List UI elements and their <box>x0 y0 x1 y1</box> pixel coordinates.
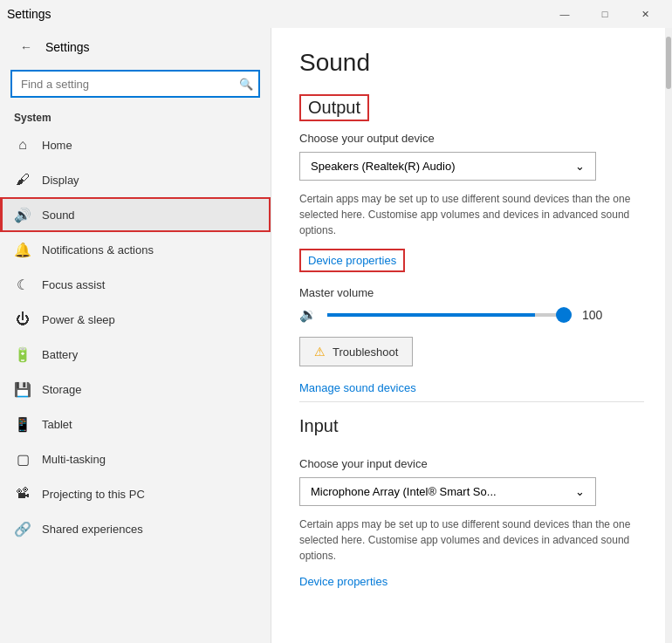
volume-value: 100 <box>582 308 608 322</box>
sidebar-item-storage[interactable]: 💾 Storage <box>0 372 271 407</box>
sidebar-item-label: Projecting to this PC <box>42 488 145 501</box>
sidebar-item-power[interactable]: ⏻ Power & sleep <box>0 302 271 337</box>
troubleshoot-label: Troubleshoot <box>333 345 398 359</box>
manage-sound-devices-button[interactable]: Manage sound devices <box>299 381 416 394</box>
sidebar-item-label: Shared experiences <box>42 523 143 536</box>
close-button[interactable]: ✕ <box>625 0 665 28</box>
sound-icon: 🔊 <box>14 206 31 223</box>
search-box: 🔍 <box>10 70 260 98</box>
output-helper-text: Certain apps may be set up to use differ… <box>299 191 644 238</box>
input-device-value: Microphone Array (Intel® Smart So... <box>311 485 497 498</box>
sidebar-item-projecting[interactable]: 📽 Projecting to this PC <box>0 476 271 511</box>
app-body: ← Settings 🔍 System ⌂ Home 🖌 Display 🔊 S… <box>0 28 672 643</box>
tablet-icon: 📱 <box>14 415 31 433</box>
sidebar-item-label: Notifications & actions <box>42 243 154 257</box>
sidebar-item-label: Battery <box>42 348 78 361</box>
input-header: Input <box>299 416 338 436</box>
search-input[interactable] <box>10 70 260 98</box>
page-title: Sound <box>299 49 644 77</box>
shared-icon: 🔗 <box>14 520 31 537</box>
sidebar-nav-top: ← Settings <box>0 28 271 66</box>
sidebar-item-label: Focus assist <box>42 278 105 291</box>
sidebar-item-label: Sound <box>42 209 75 222</box>
warning-icon: ⚠ <box>314 345 326 359</box>
input-device-properties-button[interactable]: Device properties <box>299 575 387 588</box>
volume-slider[interactable] <box>327 313 572 317</box>
output-header: Output <box>299 94 369 121</box>
battery-icon: 🔋 <box>14 345 31 363</box>
volume-label: Master volume <box>299 286 644 299</box>
input-section: Input Choose your input device Microphon… <box>299 416 644 588</box>
sidebar-item-shared[interactable]: 🔗 Shared experiences <box>0 511 271 546</box>
titlebar-left: Settings <box>7 7 51 21</box>
volume-row: 🔉 100 <box>299 306 644 323</box>
section-divider <box>299 401 644 402</box>
titlebar-controls: — □ ✕ <box>545 0 665 28</box>
back-button[interactable]: ← <box>14 35 38 59</box>
multitasking-icon: ▢ <box>14 450 31 468</box>
sidebar-section-title: Settings <box>45 40 90 54</box>
minimize-button[interactable]: — <box>545 0 585 28</box>
troubleshoot-button[interactable]: ⚠ Troubleshoot <box>299 337 413 366</box>
titlebar: Settings — □ ✕ <box>0 0 672 28</box>
sidebar-item-label: Storage <box>42 383 82 396</box>
sidebar-item-label: Display <box>42 174 79 187</box>
sidebar-item-tablet[interactable]: 📱 Tablet <box>0 407 271 441</box>
sidebar: ← Settings 🔍 System ⌂ Home 🖌 Display 🔊 S… <box>0 28 271 643</box>
sidebar-item-label: Tablet <box>42 418 72 431</box>
device-properties-button[interactable]: Device properties <box>299 249 405 272</box>
focus-icon: ☾ <box>14 276 31 293</box>
input-device-label: Choose your input device <box>299 457 644 470</box>
titlebar-title: Settings <box>7 7 51 21</box>
sidebar-section-label: System <box>0 105 271 127</box>
search-icon: 🔍 <box>239 78 253 91</box>
home-icon: ⌂ <box>14 136 31 154</box>
sidebar-item-battery[interactable]: 🔋 Battery <box>0 337 271 372</box>
input-helper-text: Certain apps may be set up to use differ… <box>299 516 644 564</box>
display-icon: 🖌 <box>14 171 31 188</box>
output-device-dropdown[interactable]: Speakers (Realtek(R) Audio) ⌄ <box>299 152 596 181</box>
scrollbar-thumb <box>666 37 671 89</box>
maximize-button[interactable]: □ <box>585 0 625 28</box>
power-icon: ⏻ <box>14 311 31 328</box>
content-area: Sound Output Choose your output device S… <box>271 28 672 643</box>
input-device-dropdown[interactable]: Microphone Array (Intel® Smart So... ⌄ <box>299 477 596 506</box>
scrollbar-track[interactable] <box>665 28 672 643</box>
sidebar-item-label: Multi-tasking <box>42 453 106 466</box>
sidebar-item-sound[interactable]: 🔊 Sound <box>0 197 271 232</box>
storage-icon: 💾 <box>14 380 31 398</box>
chevron-down-icon: ⌄ <box>575 485 585 498</box>
volume-icon: 🔉 <box>299 306 317 323</box>
output-device-value: Speakers (Realtek(R) Audio) <box>311 160 455 173</box>
notifications-icon: 🔔 <box>14 241 31 258</box>
sidebar-item-focus[interactable]: ☾ Focus assist <box>0 267 271 302</box>
sidebar-item-multitasking[interactable]: ▢ Multi-tasking <box>0 441 271 476</box>
output-section: Output Choose your output device Speaker… <box>299 94 644 394</box>
output-device-label: Choose your output device <box>299 132 644 145</box>
sidebar-item-home[interactable]: ⌂ Home <box>0 127 271 162</box>
sidebar-item-display[interactable]: 🖌 Display <box>0 162 271 197</box>
volume-section: Master volume 🔉 100 <box>299 286 644 323</box>
sidebar-item-label: Power & sleep <box>42 313 115 326</box>
projecting-icon: 📽 <box>14 485 31 503</box>
chevron-down-icon: ⌄ <box>575 160 585 173</box>
sidebar-item-label: Home <box>42 139 72 152</box>
sidebar-item-notifications[interactable]: 🔔 Notifications & actions <box>0 232 271 267</box>
